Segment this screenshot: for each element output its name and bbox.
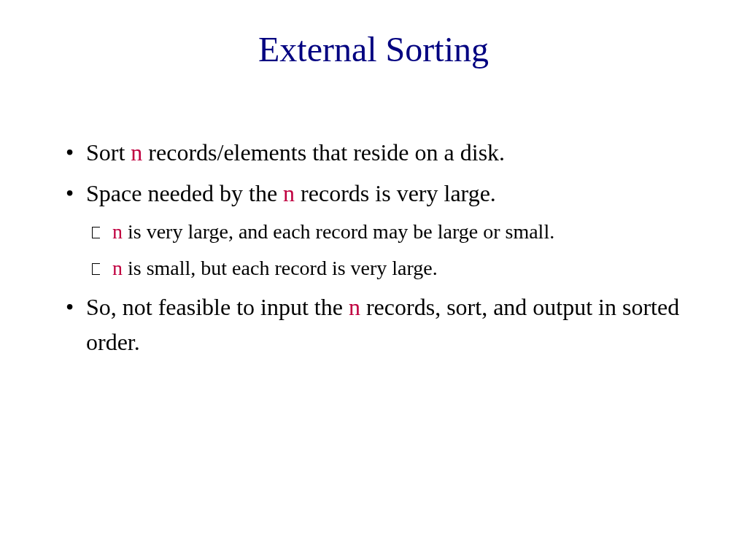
bullet-list: Sort n records/elements that reside on a… <box>66 135 681 359</box>
bullet-text: records/elements that reside on a disk. <box>142 139 505 166</box>
highlight-n: n <box>283 180 295 206</box>
highlight-n: n <box>112 257 123 279</box>
bullet-text: Sort <box>86 139 131 166</box>
bullet-item: So, not feasible to input the n records,… <box>66 289 681 359</box>
bullet-item: Sort n records/elements that reside on a… <box>66 135 681 170</box>
bullet-text: So, not feasible to input the <box>86 294 349 320</box>
bullet-text: is small, but each record is very large. <box>123 257 438 279</box>
sub-bullet-item: n is small, but each record is very larg… <box>66 253 681 284</box>
slide-title: External Sorting <box>66 29 681 69</box>
highlight-n: n <box>112 220 123 243</box>
highlight-n: n <box>349 294 360 320</box>
highlight-n: n <box>131 139 142 166</box>
bullet-text: is very large, and each record may be la… <box>123 220 554 243</box>
bullet-item: Space needed by the n records is very la… <box>66 176 681 211</box>
bullet-text: records is very large. <box>295 180 496 206</box>
sub-bullet-item: n is very large, and each record may be … <box>66 217 681 247</box>
bullet-text: Space needed by the <box>86 180 283 206</box>
